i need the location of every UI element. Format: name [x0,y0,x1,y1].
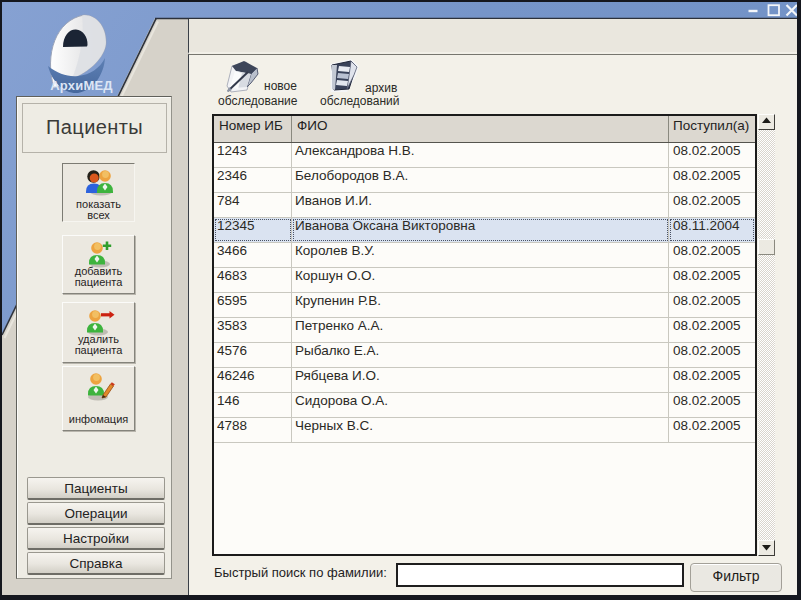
svg-text:АрхиМЕД: АрхиМЕД [50,78,113,93]
